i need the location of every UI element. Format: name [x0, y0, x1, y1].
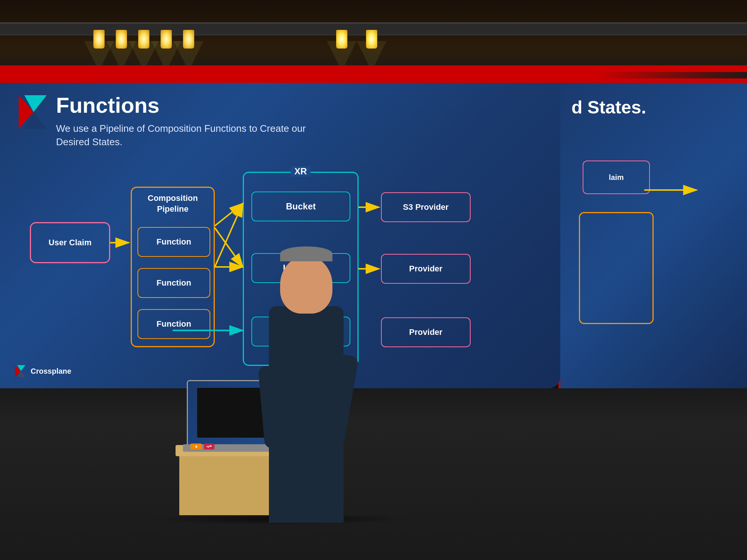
bucket-box: Bucket: [251, 192, 350, 221]
title-text-block: Functions We use a Pipeline of Compositi…: [56, 93, 306, 149]
stage-light-3: [138, 30, 149, 49]
crossplane-logo-icon: [15, 365, 27, 377]
crossplane-chevron-icon: [19, 95, 49, 129]
stage-light-1: [93, 30, 105, 49]
right-panel-large-box: [579, 212, 654, 324]
red-strip-top: [0, 65, 747, 72]
provider-box-1: S3 Provider: [381, 192, 471, 222]
right-panel-claim-label: laim: [609, 173, 624, 182]
slide-title-area: Functions We use a Pipeline of Compositi…: [19, 93, 306, 149]
provider-label-2: Provider: [409, 264, 442, 274]
bucket-label: Bucket: [286, 201, 316, 212]
provider-box-2: Provider: [381, 254, 471, 284]
right-panel-arrow: [644, 181, 719, 199]
stage-light-5: [183, 30, 194, 49]
presenter-person: [254, 261, 359, 523]
screen-top-red: [0, 78, 560, 83]
composition-pipeline-label: Composition Pipeline: [132, 188, 214, 214]
user-claim-label: User Claim: [49, 237, 92, 248]
crossplane-logo-text: Crossplane: [31, 367, 71, 376]
function-box-1: Function: [137, 227, 210, 257]
right-screen-text: d States.: [571, 97, 646, 118]
right-screen-panel: d States. laim: [560, 78, 747, 388]
slide-subtitle: We use a Pipeline of Composition Functio…: [56, 122, 306, 149]
person-head: [280, 256, 332, 314]
svg-line-7: [215, 203, 243, 226]
composition-pipeline-box: Composition Pipeline Function Function F…: [131, 187, 215, 347]
stage-floor: [0, 388, 747, 560]
svg-line-10: [215, 203, 243, 267]
stage-light-2: [116, 30, 127, 49]
right-panel-claim-box: laim: [583, 161, 650, 194]
provider-label-3: Provider: [409, 327, 442, 337]
xr-label: XR: [291, 166, 310, 177]
right-screen-top-red: [560, 78, 747, 83]
provider-box-3: Provider: [381, 317, 471, 347]
svg-line-8: [215, 228, 243, 267]
stage-light-6: [336, 30, 347, 49]
function-box-2: Function: [137, 268, 210, 298]
stage-light-7: [366, 30, 377, 49]
function-label-1: Function: [156, 237, 191, 247]
stage-light-4: [161, 30, 172, 49]
function-box-3: Function: [137, 309, 210, 339]
user-claim-box: User Claim: [30, 222, 110, 263]
function-label-2: Function: [156, 278, 191, 288]
person-body: [269, 306, 344, 523]
person-head-hair: [280, 246, 332, 261]
crossplane-logo: Crossplane: [15, 365, 71, 377]
right-screen-diagram: laim: [571, 146, 728, 324]
slide-title: Functions: [56, 93, 306, 117]
provider-label-1: S3 Provider: [403, 202, 449, 212]
function-label-3: Function: [156, 319, 191, 329]
